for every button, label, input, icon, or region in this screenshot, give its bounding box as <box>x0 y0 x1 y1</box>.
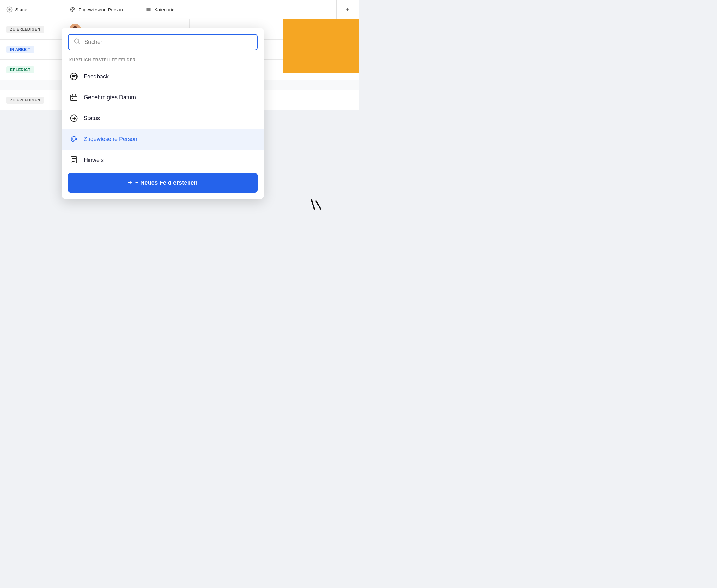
search-input-wrapper[interactable] <box>68 34 258 50</box>
status-badge-todo: ZU ERLEDIGEN <box>6 26 44 33</box>
svg-rect-16 <box>71 95 77 101</box>
section-label: KÜRZLICH ERSTELLTE FELDER <box>62 55 264 66</box>
note-icon <box>69 155 79 165</box>
search-input[interactable] <box>84 39 252 45</box>
status-badge-todo-2: ZU ERLEDIGEN <box>6 97 44 104</box>
cursor-annotation <box>302 195 327 215</box>
status-cell-4: ZU ERLEDIGEN <box>0 90 63 110</box>
header-assigned: Zugewiesene Person <box>63 0 139 19</box>
dropdown-item-assigned-label: Zugewiesene Person <box>84 136 137 143</box>
status-cell-1: ZU ERLEDIGEN <box>0 19 63 39</box>
at-item-icon <box>69 134 79 144</box>
dropdown-item-approved-date[interactable]: Genehmigtes Datum <box>62 87 264 108</box>
table-header: Status Zugewiesene Person Kategorie + <box>0 0 358 19</box>
circle-arrow-icon <box>6 6 13 13</box>
dropdown-item-hint[interactable]: Hinweis <box>62 149 264 170</box>
plus-create-icon: + <box>128 178 132 187</box>
dropdown-item-assigned[interactable]: Zugewiesene Person <box>62 129 264 149</box>
svg-rect-17 <box>72 98 73 99</box>
dropdown-item-feedback[interactable]: Feedback <box>62 66 264 87</box>
calendar-icon <box>69 92 79 102</box>
chat-icon <box>69 72 79 81</box>
header-assigned-label: Zugewiesene Person <box>78 7 123 12</box>
plus-icon: + <box>346 5 350 14</box>
at-icon <box>69 6 76 13</box>
dropdown-item-hint-label: Hinweis <box>84 157 104 164</box>
create-field-button[interactable]: + + Neues Feld erstellen <box>68 173 258 192</box>
circle-arrow-item-icon <box>69 113 79 123</box>
status-badge-done: ERLEDIGT <box>6 66 35 74</box>
header-status: Status <box>0 0 63 19</box>
lines-icon <box>145 6 152 13</box>
header-category: Kategorie <box>139 0 336 19</box>
field-picker-dropdown: KÜRZLICH ERSTELLTE FELDER Feedback Geneh… <box>62 28 264 199</box>
search-icon <box>73 38 81 46</box>
header-category-label: Kategorie <box>154 7 174 12</box>
svg-point-19 <box>73 138 75 140</box>
svg-point-1 <box>72 8 73 10</box>
dropdown-item-approved-date-label: Genehmigtes Datum <box>84 94 136 101</box>
status-cell-2: IN ARBEIT <box>0 40 63 59</box>
header-status-label: Status <box>15 7 29 12</box>
create-field-label: + Neues Feld erstellen <box>135 180 197 186</box>
dropdown-item-feedback-label: Feedback <box>84 74 109 80</box>
status-cell-3: ERLEDIGT <box>0 60 63 80</box>
add-column-button[interactable]: + <box>336 0 358 19</box>
dropdown-item-status[interactable]: Status <box>62 108 264 129</box>
dropdown-item-status-label: Status <box>84 115 100 122</box>
status-badge-inprogress: IN ARBEIT <box>6 46 34 53</box>
search-section <box>62 28 264 55</box>
